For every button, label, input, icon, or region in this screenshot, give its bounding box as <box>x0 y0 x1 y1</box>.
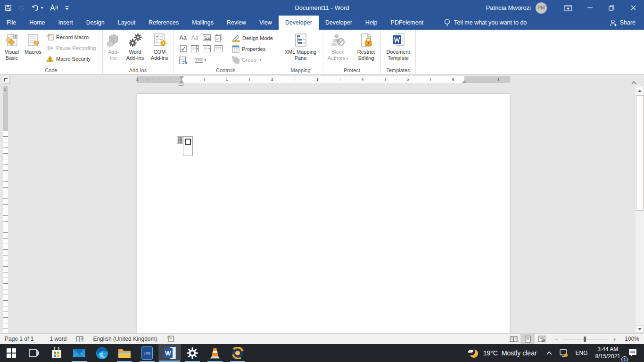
tab-mailings[interactable]: Mailings <box>185 16 220 30</box>
tell-me-box[interactable]: Tell me what you want to do <box>438 16 533 30</box>
avatar[interactable]: PM <box>536 2 547 14</box>
tab-home[interactable]: Home <box>23 16 51 30</box>
collapse-ribbon-button[interactable] <box>630 80 637 85</box>
document-template-button[interactable]: Document Template <box>382 31 414 66</box>
tab-view[interactable]: View <box>253 16 279 30</box>
repeating-section-content-control-button[interactable] <box>177 55 189 66</box>
drop-down-list-icon <box>203 45 211 52</box>
rich-text-content-control-button[interactable]: Aa <box>177 32 189 43</box>
ruler-number-left: 1 <box>135 77 140 82</box>
tab-references[interactable]: References <box>142 16 185 30</box>
tab-review[interactable]: Review <box>220 16 253 30</box>
microsoft-store-button[interactable] <box>45 344 68 362</box>
tab-design[interactable]: Design <box>80 16 111 30</box>
language-status[interactable]: English (United Kingdom) <box>88 334 162 344</box>
undo-button[interactable]: ▾ <box>32 5 43 11</box>
proofing-status[interactable] <box>71 334 88 344</box>
building-block-gallery-button[interactable] <box>213 32 224 43</box>
hidden-icons-button[interactable] <box>543 344 556 362</box>
content-control-handle[interactable] <box>177 136 183 144</box>
vlc-button[interactable] <box>204 344 226 362</box>
circular-app-button[interactable] <box>226 344 249 362</box>
macros-button[interactable]: Macros <box>23 31 43 66</box>
zoom-level[interactable]: 100% <box>621 336 639 342</box>
vlc-cone-icon <box>209 347 221 359</box>
mail-button[interactable] <box>68 344 91 362</box>
read-mode-button[interactable] <box>506 334 520 344</box>
vertical-scrollbar[interactable] <box>636 86 644 333</box>
record-macro-icon <box>46 33 54 41</box>
design-mode-button[interactable]: Design Mode <box>232 33 273 43</box>
ribbon-display-options-button[interactable] <box>557 0 579 16</box>
record-macro-button[interactable]: Record Macro <box>46 32 96 42</box>
read-aloud-button[interactable] <box>50 4 58 11</box>
settings-button[interactable] <box>181 344 204 362</box>
checkbox-content-control[interactable] <box>183 136 193 156</box>
word-add-ins-button[interactable]: Word Add-ins <box>124 31 146 66</box>
weather-widget[interactable]: 19°C Mostly clear <box>462 347 543 359</box>
edge-button[interactable] <box>91 344 113 362</box>
checkbox-control-square[interactable] <box>185 139 191 145</box>
group-caret: ▾ <box>260 58 262 62</box>
clock[interactable]: 3:44 AM 8/15/2021 <box>592 346 624 360</box>
macro-recording-status[interactable] <box>162 334 179 344</box>
language-indicator[interactable]: ENG <box>572 344 592 362</box>
picture-content-control-button[interactable] <box>201 32 212 43</box>
web-layout-button[interactable] <box>535 334 549 344</box>
tab-layout[interactable]: Layout <box>111 16 142 30</box>
minimize-button[interactable] <box>579 0 601 16</box>
scroll-down-button[interactable] <box>636 325 644 333</box>
scroll-up-button[interactable] <box>636 87 644 94</box>
taskbar-apps: LMS W <box>0 344 249 362</box>
print-layout-button[interactable] <box>520 334 535 344</box>
right-indent-marker[interactable] <box>462 80 467 83</box>
tab-file[interactable]: File <box>0 16 23 30</box>
page-count[interactable]: Page 1 of 1 <box>0 334 38 344</box>
restore-button[interactable] <box>601 0 622 16</box>
tab-help[interactable]: Help <box>359 16 384 30</box>
signed-in-user[interactable]: Patricia Mworozi <box>486 4 531 11</box>
plain-text-content-control-button[interactable]: Aa <box>189 32 200 43</box>
action-center-button[interactable]: 1 <box>624 344 644 362</box>
zoom-out-button[interactable]: − <box>553 336 559 343</box>
customize-qat-button[interactable] <box>65 6 69 10</box>
word-count[interactable]: 1 word <box>45 334 71 344</box>
tab-developer-2[interactable]: Developer <box>319 16 359 30</box>
close-button[interactable] <box>622 0 644 16</box>
com-add-ins-button[interactable]: COM Add-ins <box>149 31 171 66</box>
tab-developer-active[interactable]: Developer <box>279 16 319 30</box>
scrollbar-thumb[interactable] <box>636 95 644 211</box>
document-page[interactable] <box>137 93 510 333</box>
tray-app-button[interactable] <box>556 344 572 362</box>
lms-app-button[interactable]: LMS <box>136 344 158 362</box>
close-icon <box>631 5 636 10</box>
save-button[interactable] <box>5 4 12 11</box>
properties-button[interactable]: Properties <box>232 43 273 54</box>
date-picker-content-control-button[interactable] <box>213 43 224 54</box>
visual-basic-button[interactable]: Visual Basic <box>1 31 23 66</box>
word-taskbar-button[interactable]: W <box>158 344 181 362</box>
left-indent-marker[interactable] <box>179 83 183 86</box>
start-button[interactable] <box>0 344 23 362</box>
drop-down-list-content-control-button[interactable] <box>201 43 212 54</box>
tab-pdfelement[interactable]: PDFelement <box>384 16 430 30</box>
macro-security-button[interactable]: Macro Security <box>46 53 96 64</box>
task-view-button[interactable] <box>23 344 45 362</box>
xml-mapping-pane-button[interactable]: XML Mapping Pane <box>280 31 322 66</box>
legacy-tools-button[interactable]: ▾ <box>189 55 212 66</box>
zoom-slider[interactable] <box>563 337 608 342</box>
tab-insert[interactable]: Insert <box>52 16 80 30</box>
tab-stop-selector[interactable] <box>2 76 10 84</box>
group-controls: Aa Aa ▾ Desi <box>173 30 278 74</box>
file-explorer-button[interactable] <box>113 344 136 362</box>
zoom-slider-thumb[interactable] <box>584 337 586 342</box>
undo-dropdown[interactable]: ▾ <box>41 6 43 10</box>
combo-box-content-control-button[interactable] <box>189 43 200 54</box>
first-line-indent-marker[interactable] <box>179 76 184 79</box>
document-template-label: Document Template <box>382 49 414 61</box>
check-box-content-control-button[interactable] <box>177 43 189 54</box>
add-ins-label: Add-ins <box>106 49 122 61</box>
zoom-in-button[interactable]: + <box>612 336 618 343</box>
restrict-editing-button[interactable]: Restrict Editing <box>353 31 380 66</box>
share-button[interactable]: Share <box>601 16 644 30</box>
